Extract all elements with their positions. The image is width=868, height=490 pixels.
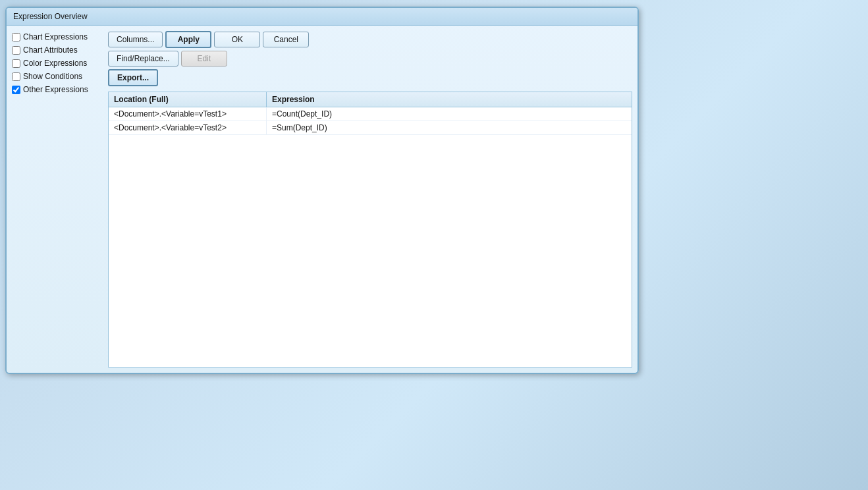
right-panel: Columns... Apply OK Cancel Find/Replace.…	[108, 31, 632, 368]
edit-button: Edit	[181, 51, 227, 67]
checkbox-other-expressions-label: Other Expressions	[23, 85, 88, 94]
dialog-wrapper: Expression Overview Chart Expressions Ch…	[5, 7, 639, 374]
checkbox-other-expressions[interactable]: Other Expressions	[12, 84, 104, 95]
checkbox-chart-expressions[interactable]: Chart Expressions	[12, 31, 104, 43]
dialog-title: Expression Overview	[13, 12, 88, 21]
cell-location-1: <Document>.<Variable=vTest1>	[109, 107, 267, 121]
checkbox-chart-attributes[interactable]: Chart Attributes	[12, 44, 104, 56]
cancel-button[interactable]: Cancel	[263, 32, 309, 47]
button-row-3: Export...	[108, 69, 632, 86]
title-bar: Expression Overview	[7, 8, 637, 26]
checkbox-chart-expressions-label: Chart Expressions	[23, 32, 88, 41]
table-row[interactable]: <Document>.<Variable=vTest1> =Count(Dept…	[109, 107, 632, 121]
checkbox-color-expressions-input[interactable]	[12, 59, 20, 68]
checkbox-show-conditions-label: Show Conditions	[23, 72, 82, 81]
cell-expression-2: =Sum(Dept_ID)	[267, 121, 632, 134]
dialog-body: Chart Expressions Chart Attributes Color…	[7, 26, 637, 373]
apply-button[interactable]: Apply	[165, 31, 211, 48]
checkbox-show-conditions-input[interactable]	[12, 72, 20, 81]
expression-overview-dialog: Expression Overview Chart Expressions Ch…	[5, 7, 639, 374]
columns-button[interactable]: Columns...	[108, 32, 163, 47]
checkbox-show-conditions[interactable]: Show Conditions	[12, 70, 104, 82]
ok-button[interactable]: OK	[214, 32, 260, 47]
checkbox-color-expressions-label: Color Expressions	[23, 59, 87, 68]
button-rows: Columns... Apply OK Cancel Find/Replace.…	[108, 31, 632, 86]
grid-header-expression: Expression	[267, 92, 632, 107]
cell-location-2: <Document>.<Variable=vTest2>	[109, 121, 267, 134]
checkbox-chart-expressions-input[interactable]	[12, 33, 20, 41]
checkbox-other-expressions-input[interactable]	[12, 86, 20, 94]
checkbox-chart-attributes-input[interactable]	[12, 46, 20, 55]
grid-header-location: Location (Full)	[109, 92, 267, 107]
button-row-2: Find/Replace... Edit	[108, 51, 632, 67]
left-panel: Chart Expressions Chart Attributes Color…	[12, 31, 104, 368]
cell-expression-1: =Count(Dept_ID)	[267, 107, 632, 121]
export-button[interactable]: Export...	[108, 69, 158, 86]
grid-header: Location (Full) Expression	[109, 92, 632, 107]
checkbox-color-expressions[interactable]: Color Expressions	[12, 57, 104, 69]
find-replace-button[interactable]: Find/Replace...	[108, 51, 178, 67]
data-grid: Location (Full) Expression <Document>.<V…	[108, 92, 632, 368]
grid-body: <Document>.<Variable=vTest1> =Count(Dept…	[109, 107, 632, 135]
button-row-1: Columns... Apply OK Cancel	[108, 31, 632, 48]
checkbox-chart-attributes-label: Chart Attributes	[23, 45, 78, 55]
table-row[interactable]: <Document>.<Variable=vTest2> =Sum(Dept_I…	[109, 121, 632, 135]
